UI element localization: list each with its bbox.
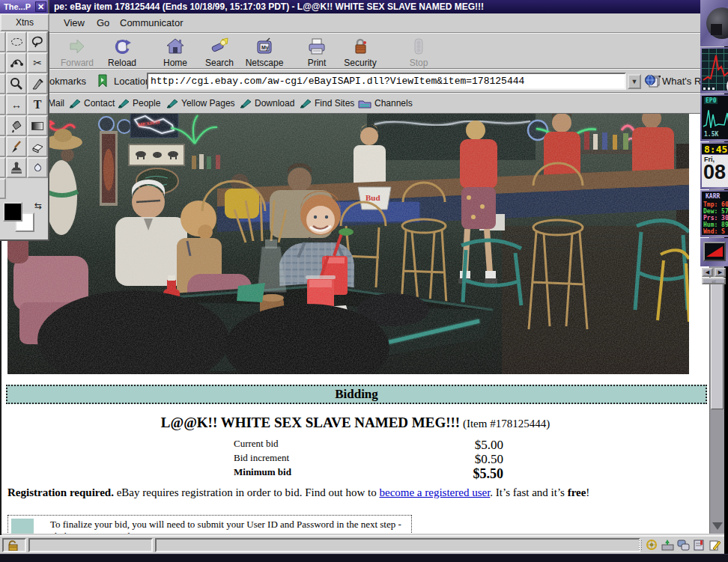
home-button[interactable]: Home: [152, 36, 198, 67]
transform-tool[interactable]: [0, 94, 6, 115]
dock-graph-monitor[interactable]: [700, 47, 728, 94]
window-titlebar[interactable]: pe: eBay item 178125444 (Ends 10/18/99, …: [0, 0, 724, 13]
bookmark-pen-icon: [300, 98, 312, 109]
gimp-color-area: ⇆: [0, 199, 49, 239]
pencil-tool[interactable]: [0, 136, 6, 157]
navigator-icon[interactable]: [646, 539, 658, 552]
teal-bullet: [11, 519, 34, 534]
addressbook-icon[interactable]: [693, 539, 706, 552]
location-input[interactable]: [147, 73, 626, 90]
flip-tool[interactable]: ↔: [6, 94, 27, 115]
forward-button[interactable]: Forward: [54, 36, 100, 67]
bookmark-icon[interactable]: [96, 73, 109, 91]
stop-button[interactable]: Stop: [395, 36, 442, 67]
bookmark-item-download[interactable]: Download: [240, 98, 294, 109]
search-button[interactable]: Search: [196, 36, 243, 67]
gimp-xtns-menu[interactable]: Xtns: [0, 13, 49, 31]
flip-icon: ↔: [11, 99, 22, 111]
security-status[interactable]: [2, 538, 26, 552]
airbrush-tool[interactable]: [0, 157, 6, 178]
composer-icon[interactable]: [709, 539, 721, 552]
water-drop-icon: [33, 163, 43, 173]
bezier-select-tool[interactable]: [6, 52, 27, 73]
dock-next-button[interactable]: ▶: [715, 268, 726, 277]
netscape-window: pe: eBay item 178125444 (Ends 10/18/99, …: [0, 0, 724, 554]
bucket-icon: [9, 118, 24, 133]
menu-go[interactable]: Go: [97, 17, 109, 28]
netscape-button[interactable]: My Netscape: [241, 36, 288, 67]
crop-tool[interactable]: [27, 73, 48, 94]
dock-weather[interactable]: KARR Tmp: 60 Dew: 57 Prs: 30 Hum: 89 Wnd…: [700, 190, 728, 237]
bookmark-pen-icon: [166, 98, 178, 109]
security-button[interactable]: Security: [337, 36, 383, 67]
menu-view[interactable]: View: [64, 17, 85, 28]
scissors-tool[interactable]: ✂: [27, 52, 48, 73]
eraser-icon: [30, 139, 45, 154]
net-panel: EP0 1.5K: [702, 96, 728, 139]
ellipse-select-tool[interactable]: [6, 31, 27, 52]
bucket-fill-tool[interactable]: [6, 115, 27, 136]
dock-small-button[interactable]: o|: [702, 278, 726, 284]
print-icon: [294, 37, 340, 57]
swap-colors-icon[interactable]: ⇆: [34, 201, 42, 211]
bookmark-item-mail[interactable]: Mail: [48, 98, 64, 109]
scrollbar-down-arrow[interactable]: [712, 522, 723, 530]
foreground-color-swatch[interactable]: [3, 202, 22, 222]
dock-prev-button[interactable]: ◀: [702, 268, 713, 277]
bookmark-item-people[interactable]: People: [118, 98, 160, 109]
status-bar: [0, 535, 724, 554]
volume-wedge-icon: [705, 243, 724, 260]
bezier-icon: [9, 55, 24, 70]
lasso-tool[interactable]: [27, 31, 48, 52]
page-content: MEXICO: [1, 114, 709, 534]
fuzzy-select-tool[interactable]: [0, 52, 6, 73]
desktop-taskbar[interactable]: [0, 554, 728, 562]
stamp-icon: [9, 160, 24, 175]
text-tool[interactable]: T: [27, 94, 48, 115]
dock-net-monitor[interactable]: EP0 1.5K: [700, 94, 728, 141]
bookmarks-button[interactable]: okmarks: [49, 76, 86, 87]
stop-icon: [395, 37, 442, 57]
disc-notch: [711, 24, 722, 35]
component-bar-handle[interactable]: [638, 540, 643, 552]
netscape-my-icon: My: [241, 37, 288, 57]
svg-text:My: My: [261, 45, 269, 51]
move-tool[interactable]: [0, 73, 6, 94]
bookmark-pen-icon: [118, 98, 130, 109]
ink-tool[interactable]: [0, 178, 6, 199]
gimp-toolbox-window: The...P ✕ Xtns ✂ ↔ T: [0, 0, 49, 241]
bookmark-item-find-sites[interactable]: Find Sites: [300, 98, 354, 109]
dock-calclock[interactable]: 8:45 Fri, 08: [700, 142, 728, 189]
running-dots: [703, 88, 715, 90]
clone-tool[interactable]: [6, 157, 27, 178]
rect-select-tool[interactable]: [0, 31, 6, 52]
security-lock-icon: [337, 37, 383, 57]
zoom-tool[interactable]: [6, 73, 27, 94]
print-button[interactable]: Print: [294, 36, 340, 67]
blend-tool[interactable]: [27, 115, 48, 136]
inbox-icon[interactable]: [661, 539, 674, 552]
reload-button[interactable]: Reload: [99, 36, 145, 67]
bookmark-item-yellow-pages[interactable]: Yellow Pages: [166, 98, 235, 109]
ellipse-select-icon: [11, 38, 22, 46]
bookmark-item-contact[interactable]: Contact: [69, 98, 115, 109]
scrollbar-thumb[interactable]: [711, 277, 724, 409]
become-registered-user-link[interactable]: become a registered user: [379, 486, 490, 498]
eraser-tool[interactable]: [27, 136, 48, 157]
whats-related-globe-icon[interactable]: [644, 73, 661, 93]
menu-communicator[interactable]: Communicator: [120, 17, 183, 28]
paintbrush-tool[interactable]: [6, 136, 27, 157]
calendar-panel: Fri, 08: [702, 155, 728, 187]
dock-app-1[interactable]: [700, 0, 728, 46]
close-icon[interactable]: ✕: [35, 1, 46, 12]
location-dropdown-arrow[interactable]: ▼: [628, 74, 641, 89]
dock-volume[interactable]: [700, 238, 728, 266]
discussions-icon[interactable]: [677, 539, 690, 552]
bookmark-item-channels[interactable]: Channels: [358, 98, 413, 109]
net-iface-label: EP0: [704, 97, 718, 104]
scalpel-icon: [30, 76, 45, 91]
color-picker-tool[interactable]: [0, 115, 6, 136]
item-title-line: L@@K!! WHITE SEX SLAVE NAMED MEG!!! (Ite…: [1, 415, 709, 431]
convolve-tool[interactable]: [27, 157, 48, 178]
search-icon: [196, 37, 243, 57]
